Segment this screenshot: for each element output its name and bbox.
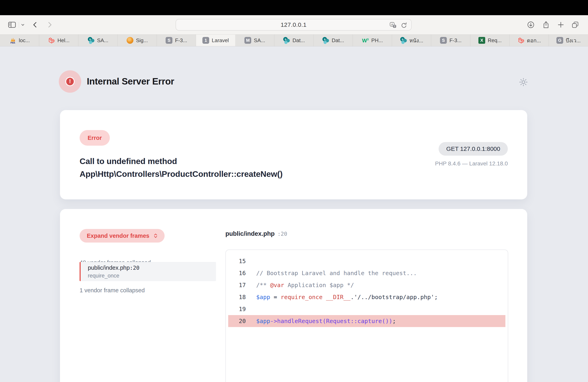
error-message-line2: App\Http\Controllers\ProductController::… (80, 168, 283, 180)
page-title: Internal Server Error (87, 76, 174, 87)
tab-excel-req[interactable]: X Req... (470, 35, 510, 46)
tab-overview-button[interactable] (570, 20, 580, 30)
code-viewer: 15 16 // Bootstrap Laravel and handle th… (225, 249, 508, 382)
notch-bar (0, 0, 588, 15)
sharepoint-favicon: S (87, 37, 95, 44)
error-message: Call to undefined method App\Http\Contro… (80, 155, 283, 180)
back-chevron-icon (31, 21, 39, 29)
sidebar-icon (7, 20, 17, 29)
reload-icon[interactable] (400, 21, 408, 29)
svg-text:S: S (324, 38, 326, 41)
chevron-up-down-icon (153, 233, 159, 239)
tabs-overview-icon (571, 20, 579, 29)
svg-text:A: A (391, 23, 393, 26)
tab-sharepoint-dat-1[interactable]: S Dat... (274, 35, 314, 46)
letter-g-favicon: G (556, 37, 563, 44)
safari-window: 127.0.0.1 A (0, 0, 588, 382)
error-alert-icon: ! (59, 70, 81, 93)
forward-button[interactable] (45, 20, 54, 30)
error-summary-card: Error Call to undefined method App\Http\… (60, 110, 527, 199)
tab-m-sa[interactable]: M SA... (235, 35, 274, 46)
sharepoint-favicon: S (322, 37, 329, 44)
code-line-17: 17 /** @var Application $app */ (228, 279, 505, 291)
code-file-header: public/index.php :20 (225, 230, 287, 237)
sidebar-toggle-button[interactable] (7, 20, 17, 30)
code-line-19: 19 (228, 303, 505, 315)
tab-f3-1[interactable]: S F-3... (157, 35, 196, 46)
laravel-favicon (48, 37, 55, 44)
tab-sharepoint-1[interactable]: S SA... (78, 35, 118, 46)
sharepoint-favicon: S (283, 37, 290, 44)
tab-sharepoint-thai[interactable]: S หนัง... (392, 35, 431, 46)
sidebar-menu-chevron[interactable] (19, 20, 26, 30)
svg-text:S: S (89, 38, 91, 41)
tab-laravel-thai[interactable]: ดอก... (510, 35, 549, 46)
letter-s-favicon: S (440, 37, 447, 44)
chevron-down-icon (20, 22, 25, 27)
code-line-20-highlighted: 20 $app->handleRequest(Request::capture(… (228, 315, 505, 327)
sharepoint-favicon: S (400, 37, 407, 44)
laravel-favicon (517, 37, 525, 44)
code-line-18: 18 $app = require_once __DIR__.'/../boot… (228, 291, 505, 303)
back-button[interactable] (30, 20, 40, 30)
translate-icon[interactable]: A (389, 21, 397, 29)
svg-text:S: S (285, 38, 286, 41)
letter-m-favicon: M (244, 37, 252, 44)
address-url: 127.0.0.1 (281, 21, 307, 28)
code-line-15: 15 (228, 255, 505, 267)
tab-sharepoint-dat-2[interactable]: S Dat... (314, 35, 353, 46)
share-icon (542, 20, 550, 29)
tab-sig[interactable]: Sig... (118, 35, 157, 46)
tab-f3-2[interactable]: S F-3... (431, 35, 470, 46)
error-message-line1: Call to undefined method (80, 155, 283, 168)
tab-laravel-active[interactable]: 1 Laravel (196, 35, 235, 46)
frame-function: require_once (88, 273, 216, 279)
w3schools-favicon: W3 (362, 37, 369, 44)
tab-strip: PMA loc... Hel... S SA... Sig... S F-3..… (0, 34, 588, 46)
forward-chevron-icon (46, 21, 54, 29)
tab-phpmyadmin[interactable]: PMA loc... (0, 35, 39, 46)
svg-text:S: S (402, 38, 403, 41)
tab-g-thai[interactable]: G บึงเว... (549, 35, 588, 46)
browser-toolbar: 127.0.0.1 A (0, 15, 588, 34)
code-line-16: 16 // Bootstrap Laravel and handle the r… (228, 267, 505, 279)
runtime-versions: PHP 8.4.6 — Laravel 12.18.0 (435, 160, 508, 167)
toolbar-divider (19, 22, 19, 28)
vendor-frames-collapsed-below: 1 vendor frame collapsed (80, 287, 145, 294)
svg-text:PMA: PMA (10, 41, 15, 44)
address-bar[interactable]: 127.0.0.1 A (176, 19, 412, 31)
exclamation-icon: ! (65, 77, 75, 86)
letter-s-favicon: S (165, 37, 173, 44)
excel-favicon: X (478, 37, 485, 44)
theme-toggle-button[interactable] (518, 77, 529, 88)
new-tab-button[interactable] (556, 20, 566, 30)
sun-icon (518, 77, 528, 87)
frame-file: public/index.php:20 (88, 265, 216, 271)
downloads-button[interactable] (526, 20, 536, 30)
request-badge: GET 127.0.0.1:8000 (439, 142, 508, 156)
share-button[interactable] (541, 20, 551, 30)
download-icon (526, 20, 535, 29)
stack-frame-public-index[interactable]: public/index.php:20 require_once (80, 262, 216, 281)
stack-trace-card: Expand vendor frames 49 vendor frames co… (60, 209, 527, 382)
ornament-favicon (126, 37, 134, 44)
letter-1-favicon: 1 (202, 37, 210, 44)
plus-icon (557, 21, 565, 29)
phpmyadmin-favicon: PMA (9, 37, 16, 44)
tab-laravel-help[interactable]: Hel... (39, 35, 78, 46)
expand-vendor-frames-button[interactable]: Expand vendor frames (80, 229, 165, 243)
tab-w3schools-php[interactable]: W3 PH... (353, 35, 392, 46)
error-type-badge: Error (80, 130, 110, 146)
